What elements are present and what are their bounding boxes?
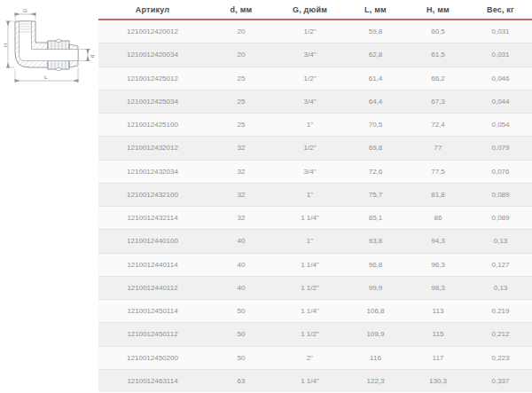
table-cell: 1210012450114 [98, 300, 207, 323]
table-cell: 1" [276, 230, 344, 253]
dim-label-h: H [4, 43, 8, 47]
table-cell: 0,044 [469, 90, 532, 113]
table-cell: 94,3 [407, 230, 469, 253]
table-cell: 1210012440100 [98, 230, 207, 253]
table-cell: 1/2" [276, 137, 344, 160]
table-row: 1210012420012201/2"59,860,50,031 [98, 20, 532, 43]
table-cell: 86 [407, 207, 469, 230]
table-row: 1210012450112501 1/2"109,91150,212 [98, 323, 532, 346]
table-cell: 1210012463114 [98, 369, 207, 392]
table-row: 1210012432012321/2"69,8770,079 [98, 137, 532, 160]
table-cell: 62,8 [344, 43, 407, 67]
table-cell: 1210012432034 [98, 160, 207, 183]
table-cell: 20 [207, 43, 276, 67]
column-header: Артикул [98, 0, 207, 20]
column-header: H, мм [407, 0, 469, 20]
table-cell: 0,054 [469, 114, 532, 137]
table-cell: 25 [207, 90, 276, 113]
table-row: 1210012425034253/4"64,467,30,044 [98, 90, 532, 113]
table-cell: 0,13 [469, 230, 532, 253]
table-cell: 1 1/4" [276, 207, 344, 230]
table-cell: 75,7 [344, 183, 407, 206]
table-row: 1210012450114501 1/4"106,81130,219 [98, 300, 532, 323]
table-cell: 0,223 [469, 346, 532, 369]
elbow-fitting-svg: G H L d [4, 4, 98, 95]
spec-sheet-page: G H L d Артикулd, [0, 0, 532, 393]
table-cell: 1/2" [276, 20, 344, 43]
table-cell: 61,4 [344, 67, 407, 90]
table-cell: 3/4" [276, 160, 344, 183]
table-row: 1210012432034323/4"72,677,50,076 [98, 160, 532, 183]
table-cell: 50 [207, 323, 276, 346]
table-cell: 0,219 [469, 300, 532, 323]
table-cell: 122,3 [344, 369, 407, 392]
table-cell: 1210012425100 [98, 114, 207, 137]
table-cell: 1210012432100 [98, 183, 207, 206]
table-cell: 0,127 [469, 253, 532, 276]
table-cell: 96,3 [407, 253, 469, 276]
table-cell: 32 [207, 207, 276, 230]
table-cell: 66,2 [407, 67, 469, 90]
dim-label-g: G [23, 8, 27, 13]
table-cell: 98,3 [407, 276, 469, 299]
table-cell: 50 [207, 346, 276, 369]
table-cell: 3/4" [276, 90, 344, 113]
table-cell: 25 [207, 114, 276, 137]
table-cell: 1210012420034 [98, 43, 207, 67]
table-cell: 1210012425034 [98, 90, 207, 113]
spec-table: Артикулd, ммG, дюймL, ммH, ммВес, кг 121… [98, 0, 532, 392]
table-cell: 1 1/4" [276, 369, 344, 392]
table-cell: 77,5 [407, 160, 469, 183]
table-cell: 70,5 [344, 114, 407, 137]
dim-label-l: L [44, 75, 48, 80]
table-cell: 116 [344, 346, 407, 369]
table-cell: 40 [207, 276, 276, 299]
table-cell: 40 [207, 230, 276, 253]
table-cell: 67,3 [407, 90, 469, 113]
table-cell: 69,8 [344, 137, 407, 160]
table-row: 1210012432114321 1/4"85,1860,089 [98, 207, 532, 230]
table-cell: 60,5 [407, 20, 469, 43]
table-cell: 96,8 [344, 253, 407, 276]
table-cell: 64,4 [344, 90, 407, 113]
table-cell: 1 1/2" [276, 323, 344, 346]
table-cell: 0,089 [469, 183, 532, 206]
table-cell: 32 [207, 183, 276, 206]
table-cell: 1210012420012 [98, 20, 207, 43]
table-cell: 115 [407, 323, 469, 346]
table-cell: 72,6 [344, 160, 407, 183]
table-cell: 1210012450112 [98, 323, 207, 346]
table-cell: 63 [207, 369, 276, 392]
table-row: 1210012440112401 1/2"99,998,30,13 [98, 276, 532, 299]
table-cell: 81,8 [407, 183, 469, 206]
table-cell: 113 [407, 300, 469, 323]
table-cell: 1 1/4" [276, 300, 344, 323]
table-cell: 1210012440114 [98, 253, 207, 276]
table-cell: 117 [407, 346, 469, 369]
table-cell: 20 [207, 20, 276, 43]
table-cell: 1 1/2" [276, 276, 344, 299]
column-header: G, дюйм [276, 0, 344, 20]
table-cell: 3/4" [276, 43, 344, 67]
table-cell: 1210012440112 [98, 276, 207, 299]
table-cell: 32 [207, 137, 276, 160]
table-cell: 25 [207, 67, 276, 90]
table-cell: 1210012425012 [98, 67, 207, 90]
table-cell: 0,076 [469, 160, 532, 183]
table-cell: 1" [276, 114, 344, 137]
table-cell: 1/2" [276, 67, 344, 90]
table-cell: 0,089 [469, 207, 532, 230]
table-cell: 0,046 [469, 67, 532, 90]
table-cell: 0,079 [469, 137, 532, 160]
table-cell: 0,031 [469, 43, 532, 67]
table-cell: 0,031 [469, 20, 532, 43]
column-header: d, мм [207, 0, 276, 20]
table-cell: 77 [407, 137, 469, 160]
table-cell: 1 1/4" [276, 253, 344, 276]
table-cell: 0,13 [469, 276, 532, 299]
table-cell: 40 [207, 253, 276, 276]
table-cell: 109,9 [344, 323, 407, 346]
table-cell: 32 [207, 160, 276, 183]
table-cell: 1210012450200 [98, 346, 207, 369]
column-header: Вес, кг [469, 0, 532, 20]
